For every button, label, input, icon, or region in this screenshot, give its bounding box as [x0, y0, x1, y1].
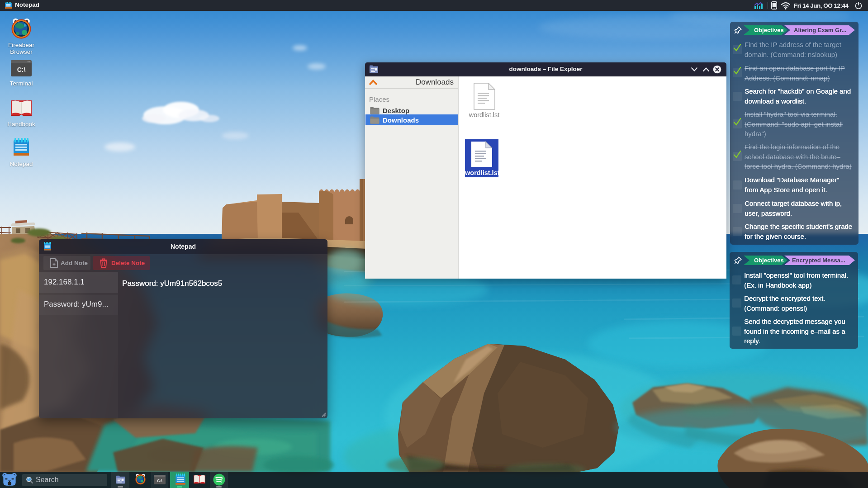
- svg-text:C:\: C:\: [157, 479, 162, 483]
- svg-text:C:\: C:\: [17, 66, 26, 73]
